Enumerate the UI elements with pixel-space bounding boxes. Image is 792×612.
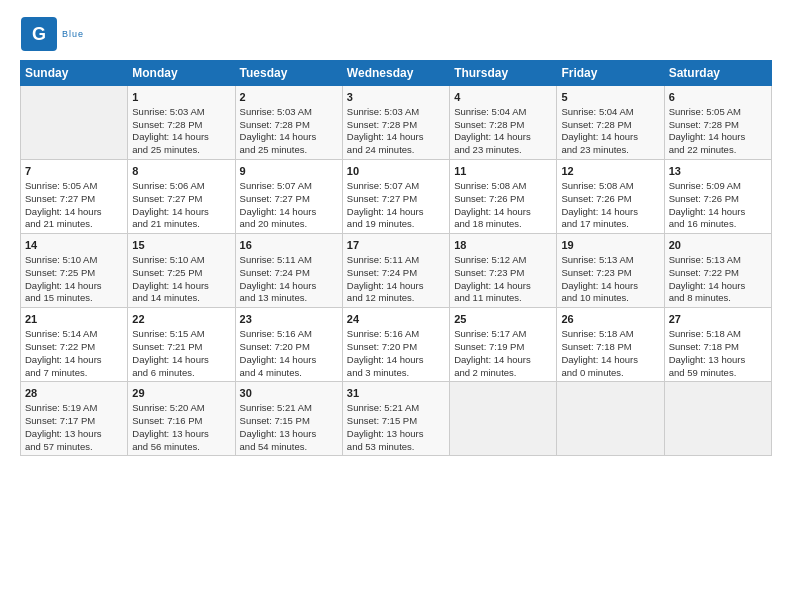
- calendar-cell: 8Sunrise: 5:06 AMSunset: 7:27 PMDaylight…: [128, 160, 235, 234]
- calendar-cell: [557, 382, 664, 456]
- cell-info-line: Sunset: 7:28 PM: [347, 119, 445, 132]
- cell-info-line: Sunrise: 5:15 AM: [132, 328, 230, 341]
- calendar-week-row: 1Sunrise: 5:03 AMSunset: 7:28 PMDaylight…: [21, 86, 772, 160]
- calendar-table: SundayMondayTuesdayWednesdayThursdayFrid…: [20, 60, 772, 456]
- cell-info-line: Sunset: 7:27 PM: [240, 193, 338, 206]
- day-number: 1: [132, 90, 230, 105]
- cell-info-line: and 2 minutes.: [454, 367, 552, 380]
- cell-info-line: Sunset: 7:20 PM: [240, 341, 338, 354]
- cell-info-line: Daylight: 13 hours: [669, 354, 767, 367]
- cell-info-line: and 6 minutes.: [132, 367, 230, 380]
- cell-info-line: and 19 minutes.: [347, 218, 445, 231]
- cell-info-line: Daylight: 14 hours: [25, 206, 123, 219]
- cell-info-line: and 0 minutes.: [561, 367, 659, 380]
- calendar-cell: 27Sunrise: 5:18 AMSunset: 7:18 PMDayligh…: [664, 308, 771, 382]
- day-number: 6: [669, 90, 767, 105]
- calendar-cell: 21Sunrise: 5:14 AMSunset: 7:22 PMDayligh…: [21, 308, 128, 382]
- cell-info-line: and 3 minutes.: [347, 367, 445, 380]
- cell-info-line: and 22 minutes.: [669, 144, 767, 157]
- cell-info-line: and 59 minutes.: [669, 367, 767, 380]
- cell-info-line: Sunset: 7:18 PM: [669, 341, 767, 354]
- cell-info-line: and 10 minutes.: [561, 292, 659, 305]
- cell-info-line: Sunset: 7:23 PM: [454, 267, 552, 280]
- cell-info-line: Sunrise: 5:18 AM: [669, 328, 767, 341]
- cell-info-line: Sunrise: 5:05 AM: [25, 180, 123, 193]
- cell-info-line: and 15 minutes.: [25, 292, 123, 305]
- cell-info-line: and 25 minutes.: [132, 144, 230, 157]
- cell-info-line: Sunrise: 5:04 AM: [561, 106, 659, 119]
- cell-info-line: Sunrise: 5:18 AM: [561, 328, 659, 341]
- cell-info-line: Sunset: 7:24 PM: [240, 267, 338, 280]
- day-number: 23: [240, 312, 338, 327]
- calendar-cell: 9Sunrise: 5:07 AMSunset: 7:27 PMDaylight…: [235, 160, 342, 234]
- cell-info-line: Sunset: 7:21 PM: [132, 341, 230, 354]
- cell-info-line: and 14 minutes.: [132, 292, 230, 305]
- calendar-cell: 29Sunrise: 5:20 AMSunset: 7:16 PMDayligh…: [128, 382, 235, 456]
- logo-tagline: Blue: [62, 29, 84, 39]
- day-number: 14: [25, 238, 123, 253]
- cell-info-line: Sunrise: 5:08 AM: [561, 180, 659, 193]
- calendar-header-thursday: Thursday: [450, 61, 557, 86]
- day-number: 4: [454, 90, 552, 105]
- calendar-cell: [450, 382, 557, 456]
- cell-info-line: Daylight: 14 hours: [132, 131, 230, 144]
- calendar-week-row: 14Sunrise: 5:10 AMSunset: 7:25 PMDayligh…: [21, 234, 772, 308]
- calendar-cell: 16Sunrise: 5:11 AMSunset: 7:24 PMDayligh…: [235, 234, 342, 308]
- header-area: G Blue: [20, 16, 772, 52]
- calendar-cell: 3Sunrise: 5:03 AMSunset: 7:28 PMDaylight…: [342, 86, 449, 160]
- cell-info-line: and 21 minutes.: [132, 218, 230, 231]
- calendar-cell: 19Sunrise: 5:13 AMSunset: 7:23 PMDayligh…: [557, 234, 664, 308]
- calendar-cell: 2Sunrise: 5:03 AMSunset: 7:28 PMDaylight…: [235, 86, 342, 160]
- cell-info-line: and 25 minutes.: [240, 144, 338, 157]
- cell-info-line: Sunrise: 5:10 AM: [132, 254, 230, 267]
- cell-info-line: Sunset: 7:28 PM: [132, 119, 230, 132]
- calendar-week-row: 28Sunrise: 5:19 AMSunset: 7:17 PMDayligh…: [21, 382, 772, 456]
- cell-info-line: Sunrise: 5:17 AM: [454, 328, 552, 341]
- cell-info-line: Sunset: 7:19 PM: [454, 341, 552, 354]
- cell-info-line: and 7 minutes.: [25, 367, 123, 380]
- cell-info-line: Sunset: 7:28 PM: [561, 119, 659, 132]
- cell-info-line: Sunset: 7:17 PM: [25, 415, 123, 428]
- cell-info-line: and 12 minutes.: [347, 292, 445, 305]
- calendar-cell: 13Sunrise: 5:09 AMSunset: 7:26 PMDayligh…: [664, 160, 771, 234]
- cell-info-line: and 8 minutes.: [669, 292, 767, 305]
- cell-info-line: and 11 minutes.: [454, 292, 552, 305]
- day-number: 10: [347, 164, 445, 179]
- day-number: 2: [240, 90, 338, 105]
- day-number: 30: [240, 386, 338, 401]
- calendar-header-wednesday: Wednesday: [342, 61, 449, 86]
- cell-info-line: Sunset: 7:27 PM: [25, 193, 123, 206]
- cell-info-line: Daylight: 14 hours: [561, 131, 659, 144]
- day-number: 17: [347, 238, 445, 253]
- cell-info-line: Daylight: 14 hours: [347, 206, 445, 219]
- calendar-cell: [664, 382, 771, 456]
- cell-info-line: Daylight: 13 hours: [132, 428, 230, 441]
- cell-info-line: Sunset: 7:28 PM: [240, 119, 338, 132]
- calendar-header-saturday: Saturday: [664, 61, 771, 86]
- cell-info-line: Sunset: 7:28 PM: [454, 119, 552, 132]
- cell-info-line: Sunset: 7:24 PM: [347, 267, 445, 280]
- cell-info-line: and 57 minutes.: [25, 441, 123, 454]
- calendar-cell: 6Sunrise: 5:05 AMSunset: 7:28 PMDaylight…: [664, 86, 771, 160]
- calendar-cell: 17Sunrise: 5:11 AMSunset: 7:24 PMDayligh…: [342, 234, 449, 308]
- cell-info-line: Sunrise: 5:14 AM: [25, 328, 123, 341]
- calendar-cell: 23Sunrise: 5:16 AMSunset: 7:20 PMDayligh…: [235, 308, 342, 382]
- cell-info-line: Daylight: 14 hours: [454, 354, 552, 367]
- calendar-header-monday: Monday: [128, 61, 235, 86]
- cell-info-line: Sunrise: 5:05 AM: [669, 106, 767, 119]
- day-number: 5: [561, 90, 659, 105]
- calendar-cell: 1Sunrise: 5:03 AMSunset: 7:28 PMDaylight…: [128, 86, 235, 160]
- cell-info-line: and 17 minutes.: [561, 218, 659, 231]
- cell-info-line: Sunrise: 5:12 AM: [454, 254, 552, 267]
- cell-info-line: Daylight: 13 hours: [347, 428, 445, 441]
- cell-info-line: Daylight: 14 hours: [454, 280, 552, 293]
- cell-info-line: Sunset: 7:26 PM: [669, 193, 767, 206]
- calendar-week-row: 7Sunrise: 5:05 AMSunset: 7:27 PMDaylight…: [21, 160, 772, 234]
- cell-info-line: Sunrise: 5:10 AM: [25, 254, 123, 267]
- cell-info-line: Daylight: 13 hours: [240, 428, 338, 441]
- main-container: G Blue SundayMondayTuesdayWednesdayThurs…: [0, 0, 792, 466]
- cell-info-line: Sunset: 7:15 PM: [347, 415, 445, 428]
- cell-info-line: Sunrise: 5:20 AM: [132, 402, 230, 415]
- cell-info-line: Sunrise: 5:13 AM: [669, 254, 767, 267]
- day-number: 18: [454, 238, 552, 253]
